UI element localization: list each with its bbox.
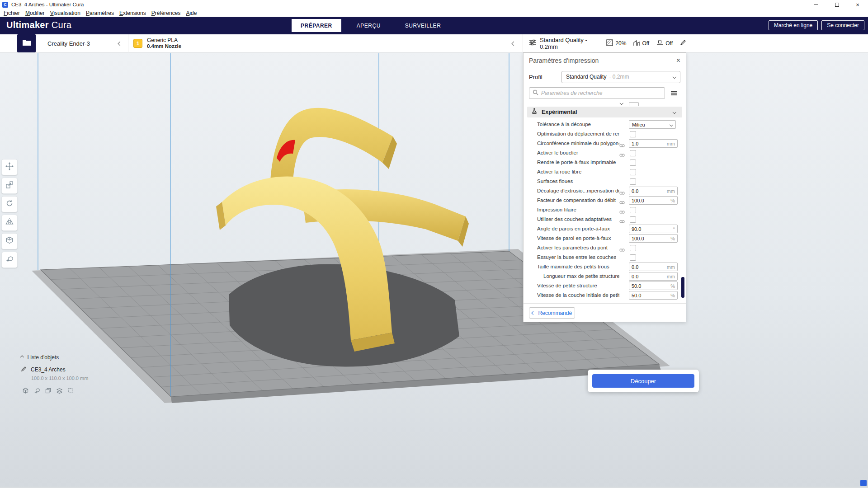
maximize-button[interactable] bbox=[826, 0, 847, 9]
settings-search-box[interactable] bbox=[529, 87, 665, 99]
object-list-icons bbox=[23, 387, 88, 395]
slice-button[interactable]: Découper bbox=[592, 374, 694, 388]
setting-checkbox[interactable] bbox=[630, 207, 636, 213]
panel-scrollbar[interactable] bbox=[681, 277, 684, 298]
setting-checkbox[interactable] bbox=[630, 131, 636, 137]
open-file-button[interactable] bbox=[17, 34, 36, 52]
setting-label: Optimisation du déplacement de remplissa… bbox=[537, 131, 619, 136]
chevron-left-icon bbox=[532, 311, 535, 315]
printer-selector[interactable]: Creality Ender-3 bbox=[36, 34, 128, 52]
slice-action-card: Découper bbox=[588, 370, 699, 392]
menu-item-fichier[interactable]: Fichier bbox=[1, 10, 23, 16]
setting-checkbox[interactable] bbox=[630, 178, 636, 185]
setting-input[interactable]: 0.0mm bbox=[629, 187, 678, 195]
tab-preparer[interactable]: PRÉPARER bbox=[292, 19, 341, 32]
setting-input[interactable]: 50.0% bbox=[629, 291, 678, 300]
object-list-toggle[interactable]: Liste d'objets bbox=[21, 354, 88, 361]
setting-checkbox[interactable] bbox=[630, 169, 636, 175]
search-icon bbox=[533, 89, 538, 97]
close-window-button[interactable]: × bbox=[847, 0, 868, 9]
setting-label: Essuyer la buse entre les couches bbox=[537, 254, 616, 260]
object-name: CE3_4 Arches bbox=[31, 366, 66, 373]
mirror-tool-button[interactable] bbox=[1, 215, 18, 231]
collapse-material-icon[interactable] bbox=[512, 41, 516, 46]
tab-surveiller[interactable]: SURVEILLER bbox=[396, 19, 450, 32]
support-blocker-button[interactable] bbox=[1, 252, 18, 268]
minimize-button[interactable] bbox=[806, 0, 826, 9]
scale-tool-button[interactable] bbox=[1, 178, 18, 194]
chevron-up-icon bbox=[20, 356, 24, 359]
setting-row-longueur-max-de-petite-structure: Longueur max de petite structure0.0mm bbox=[524, 272, 686, 281]
setting-label: Impression filaire bbox=[537, 207, 576, 212]
setting-input[interactable]: 50.0% bbox=[629, 282, 678, 290]
support-icon bbox=[633, 40, 640, 47]
recommended-mode-button[interactable]: Recommandé bbox=[529, 307, 575, 319]
setting-row-taille-maximale-des-petits-trous: Taille maximale des petits trous0.0mm bbox=[524, 262, 686, 272]
settings-menu-icon[interactable] bbox=[671, 91, 677, 95]
marketplace-button[interactable]: Marché en ligne bbox=[769, 20, 818, 30]
cube-icon[interactable] bbox=[23, 387, 28, 395]
panel-resize-dots[interactable]: ... bbox=[524, 320, 686, 327]
setting-label: Activer le bouclier bbox=[537, 150, 578, 155]
viewport-3d[interactable] bbox=[0, 52, 868, 488]
setting-checkbox[interactable] bbox=[630, 245, 636, 251]
per-model-settings-button[interactable] bbox=[1, 233, 18, 249]
setting-checkbox[interactable] bbox=[630, 160, 636, 166]
menu-item-preferences[interactable]: Préférences bbox=[149, 10, 184, 16]
menu-item-visualisation[interactable]: Visualisation bbox=[47, 10, 83, 16]
setting-input[interactable]: 100.0% bbox=[629, 234, 678, 243]
setting-input[interactable]: 100.0% bbox=[629, 196, 678, 205]
setting-input[interactable]: 0.0mm bbox=[629, 272, 678, 281]
setting-label: Vitesse de petite structure bbox=[537, 283, 597, 288]
corner-widget[interactable] bbox=[860, 480, 867, 486]
layers-icon[interactable] bbox=[57, 387, 62, 395]
setting-row-utiliser-des-couches-adaptatives: Utiliser des couches adaptatives bbox=[524, 215, 686, 224]
section-experimental[interactable]: Expérimental bbox=[527, 107, 682, 117]
setting-input[interactable]: 90.0° bbox=[629, 225, 678, 233]
edit-settings-pencil-icon[interactable] bbox=[680, 39, 686, 47]
setting-checkbox[interactable] bbox=[630, 216, 636, 223]
sign-in-button[interactable]: Se connecter bbox=[821, 20, 864, 30]
setting-row-activer-les-parametres-du-pont: Activer les paramètres du pont bbox=[524, 243, 686, 253]
move-tool-button[interactable] bbox=[1, 159, 18, 175]
extruder-badge[interactable]: 1 bbox=[133, 39, 142, 48]
setting-label: Tolérance à la découpe bbox=[537, 122, 591, 127]
tab-apercu[interactable]: APERÇU bbox=[348, 19, 390, 32]
menu-item-aide[interactable]: Aide bbox=[183, 10, 199, 16]
profile-value: Standard Quality bbox=[566, 74, 606, 80]
menu-item-modifier[interactable]: Modifier bbox=[23, 10, 47, 16]
setting-input[interactable]: 1.0mm bbox=[629, 139, 678, 148]
setting-checkbox[interactable] bbox=[630, 150, 636, 156]
chevron-down-icon bbox=[620, 101, 623, 105]
close-panel-icon[interactable]: × bbox=[676, 57, 680, 64]
search-input[interactable] bbox=[541, 90, 661, 96]
setting-dropdown[interactable]: Milieu bbox=[629, 120, 676, 129]
print-settings-summary[interactable]: Standard Quality - 0.2mm 20% Off Off bbox=[524, 34, 692, 52]
cube-plus-icon[interactable] bbox=[34, 387, 40, 395]
adhesion-icon bbox=[656, 40, 663, 47]
setting-row-optimisation-du-deplacement-de-remplissage: Optimisation du déplacement de remplissa… bbox=[524, 129, 686, 139]
infill-summary: 20% bbox=[606, 39, 626, 47]
search-row bbox=[524, 85, 686, 101]
material-selector[interactable]: 1 Generic PLA 0.4mm Nozzle bbox=[129, 34, 523, 52]
quality-sliders-icon bbox=[529, 39, 536, 47]
per-model-settings-icon bbox=[5, 236, 14, 246]
setting-label: Activer les paramètres du pont bbox=[537, 245, 608, 250]
profile-dropdown[interactable]: Standard Quality - 0.2mm bbox=[561, 71, 680, 83]
setting-checkbox[interactable] bbox=[630, 254, 636, 261]
object-list: Liste d'objets CE3_4 Arches 100.0 x 110.… bbox=[21, 354, 88, 395]
setting-row-activer-le-bouclier: Activer le bouclier bbox=[524, 148, 686, 158]
collapse-printer-icon[interactable] bbox=[118, 41, 123, 46]
menu-item-parametres[interactable]: Paramètres bbox=[83, 10, 117, 16]
adhesion-summary: Off bbox=[656, 40, 673, 47]
setting-label: Utiliser des couches adaptatives bbox=[537, 216, 612, 222]
rotate-tool-button[interactable] bbox=[1, 196, 18, 212]
setting-input[interactable]: 0.0mm bbox=[629, 263, 678, 271]
brand-logo: Ultimaker Cura bbox=[6, 20, 71, 30]
object-list-item[interactable]: CE3_4 Arches bbox=[21, 366, 88, 373]
copy-icon[interactable] bbox=[45, 387, 51, 395]
print-settings-panel: Paramètres d'impression × Profil Standar… bbox=[523, 52, 686, 322]
menu-item-extensions[interactable]: Extensions bbox=[117, 10, 149, 16]
cube-outline-icon[interactable] bbox=[68, 387, 74, 395]
setting-label: Angle de parois en porte-à-faux bbox=[537, 226, 610, 231]
